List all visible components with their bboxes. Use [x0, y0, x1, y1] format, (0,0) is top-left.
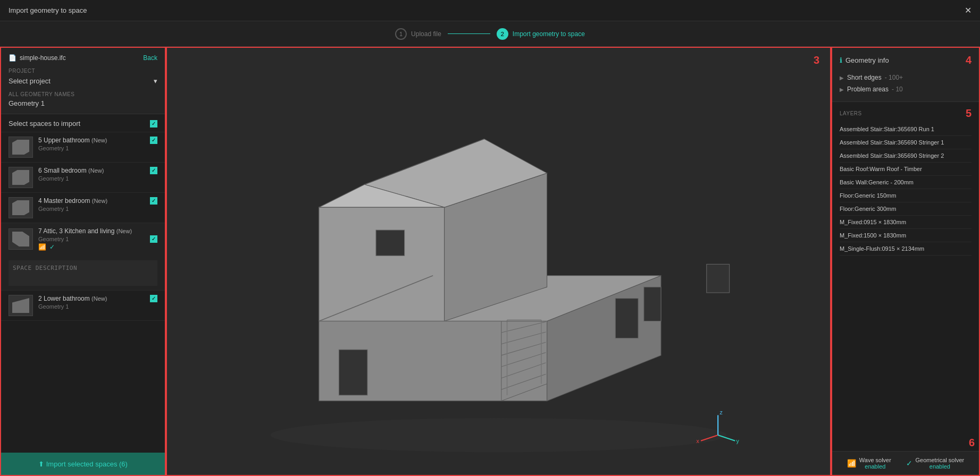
- wave-solver-status: enabled: [859, 463, 891, 470]
- project-label: PROJECT: [9, 68, 157, 74]
- top-bar: Import geometry to space ✕: [0, 0, 980, 21]
- check-all-checkbox[interactable]: ✓: [150, 120, 157, 128]
- space-checkbox[interactable]: ✓: [150, 167, 157, 174]
- project-select-group: PROJECT Select project ▾: [9, 68, 157, 86]
- geo-solver-item: ✓ Geometrical solver enabled: [906, 457, 965, 470]
- layers-section: LAYERS 5 Assembled Stair:Stair:365690 Ru…: [832, 102, 979, 451]
- svg-rect-25: [376, 230, 405, 256]
- layer-list: Assembled Stair:Stair:365690 Run 1 Assem…: [832, 123, 979, 451]
- space-geometry: Geometry 1: [38, 303, 145, 310]
- space-list[interactable]: 5 Upper bathroom (New) Geometry 1 ✓: [1, 132, 165, 453]
- geo-info-header: ℹ Geometry info 4: [840, 54, 971, 66]
- geometry-names-value: Geometry 1: [9, 99, 157, 107]
- wave-solver-icon: 📶: [847, 459, 856, 468]
- list-item: 2 Lower bathroom (New) Geometry 1 ✓: [1, 291, 165, 321]
- wizard-step-2: 2 Import geometry to space: [497, 28, 585, 40]
- geo-solver-label: Geometrical solver: [916, 457, 965, 463]
- close-button[interactable]: ✕: [965, 5, 971, 15]
- space-name: 4 Master bedroom (New): [38, 197, 145, 205]
- space-list-section: Select spaces to import ✓ 5 Upper bathro…: [1, 114, 165, 475]
- space-info: 5 Upper bathroom (New) Geometry 1: [38, 137, 145, 151]
- space-thumbnail: [9, 167, 33, 188]
- left-panel: 📄 simple-house.ifc Back PROJECT Select p…: [0, 47, 166, 476]
- geo-solver-text: Geometrical solver enabled: [916, 457, 965, 470]
- expand-arrow[interactable]: ▶: [840, 87, 844, 92]
- space-icons: 📶 ✓: [38, 243, 145, 251]
- file-info-section: 📄 simple-house.ifc Back PROJECT Select p…: [1, 48, 165, 114]
- list-item: 4 Master bedroom (New) Geometry 1 ✓: [1, 193, 165, 223]
- list-item: M_Fixed:1500 × 1830mm: [840, 229, 971, 242]
- list-item: M_Single-Flush:0915 × 2134mm: [840, 242, 971, 256]
- space-geometry: Geometry 1: [38, 206, 145, 212]
- back-button[interactable]: Back: [143, 54, 157, 62]
- project-dropdown[interactable]: Select project ▾: [9, 76, 157, 86]
- space-info: 4 Master bedroom (New) Geometry 1: [38, 197, 145, 212]
- geo-solver-icon: ✓: [906, 459, 912, 468]
- step-1-label: Upload file: [411, 30, 441, 38]
- svg-text:z: z: [719, 409, 722, 415]
- svg-marker-5: [319, 207, 445, 321]
- list-item: Basic Roof:Warm Roof - Timber: [840, 163, 971, 176]
- expand-arrow[interactable]: ▶: [840, 75, 844, 81]
- short-edges-item: ▶ Short edges - 100+: [840, 72, 971, 83]
- space-geometry: Geometry 1: [38, 175, 145, 182]
- geometry-info-section: ℹ Geometry info 4 ▶ Short edges - 100+ ▶…: [832, 48, 979, 102]
- section-5-label: 5: [966, 107, 971, 120]
- wave-solver-label: Wave solver: [859, 457, 891, 463]
- wizard-step-1: 1 Upload file: [395, 28, 441, 40]
- problem-areas-count: - 10: [892, 86, 903, 93]
- file-name: 📄 simple-house.ifc: [9, 54, 66, 62]
- space-name: 2 Lower bathroom (New): [38, 295, 145, 302]
- step-2-label: Import geometry to space: [513, 30, 585, 38]
- space-checkbox[interactable]: ✓: [150, 295, 157, 302]
- right-panel: ℹ Geometry info 4 ▶ Short edges - 100+ ▶…: [831, 47, 980, 476]
- geometry-names-label: ALL GEOMETRY NAMES: [9, 91, 157, 97]
- list-item: Floor:Generic 150mm: [840, 189, 971, 202]
- space-name: 5 Upper bathroom (New): [38, 137, 145, 144]
- space-info: 7 Attic, 3 Kitchen and living (New) Geom…: [38, 227, 145, 251]
- list-item: 6 Small bedroom (New) Geometry 1 ✓: [1, 163, 165, 193]
- import-button[interactable]: ⬆ Import selected spaces (6): [1, 453, 165, 475]
- space-thumbnail: [9, 137, 33, 158]
- svg-rect-24: [644, 287, 661, 321]
- space-geometry: Geometry 1: [38, 236, 145, 242]
- problem-areas-label: Problem areas: [847, 86, 889, 93]
- wizard-connector: [448, 33, 490, 34]
- space-description-input[interactable]: [9, 260, 157, 286]
- section-6-label: 6: [969, 437, 975, 449]
- short-edges-label: Short edges: [847, 74, 882, 81]
- list-item: 7 Attic, 3 Kitchen and living (New) Geom…: [1, 223, 165, 291]
- info-icon: ℹ: [840, 56, 842, 64]
- file-header: 📄 simple-house.ifc Back: [9, 54, 157, 62]
- list-item: Basic Wall:Generic - 200mm: [840, 176, 971, 189]
- space-checkbox[interactable]: ✓: [150, 197, 157, 205]
- space-info: 2 Lower bathroom (New) Geometry 1: [38, 295, 145, 310]
- wifi-icon: 📶: [38, 243, 46, 251]
- svg-rect-23: [615, 299, 638, 338]
- layers-title: LAYERS: [840, 110, 862, 116]
- space-checkbox[interactable]: ✓: [150, 137, 157, 144]
- svg-rect-26: [707, 264, 730, 293]
- wave-solver-text: Wave solver enabled: [859, 457, 891, 470]
- space-checkbox[interactable]: ✓: [150, 235, 157, 243]
- file-icon: 📄: [9, 54, 16, 62]
- space-info: 6 Small bedroom (New) Geometry 1: [38, 167, 145, 182]
- geometry-names-group: ALL GEOMETRY NAMES Geometry 1: [9, 91, 157, 107]
- section-4-label: 4: [966, 54, 971, 66]
- step-1-circle: 1: [395, 28, 407, 40]
- step-2-circle: 2: [497, 28, 508, 40]
- space-name: 6 Small bedroom (New): [38, 167, 145, 174]
- space-thumbnail: [9, 295, 33, 316]
- space-thumbnail: [9, 228, 33, 250]
- svg-text:y: y: [736, 438, 740, 444]
- house-3d-model: x y z: [167, 48, 830, 475]
- list-item: Floor:Generic 300mm: [840, 202, 971, 216]
- space-list-header: Select spaces to import ✓: [1, 114, 165, 132]
- section-3-label: 3: [814, 54, 819, 66]
- 3d-viewport: 3: [166, 47, 831, 476]
- short-edges-count: - 100+: [885, 74, 903, 81]
- space-thumbnail: [9, 197, 33, 218]
- layers-header: LAYERS 5: [832, 102, 979, 123]
- problem-areas-item: ▶ Problem areas - 10: [840, 83, 971, 95]
- svg-text:x: x: [696, 438, 699, 444]
